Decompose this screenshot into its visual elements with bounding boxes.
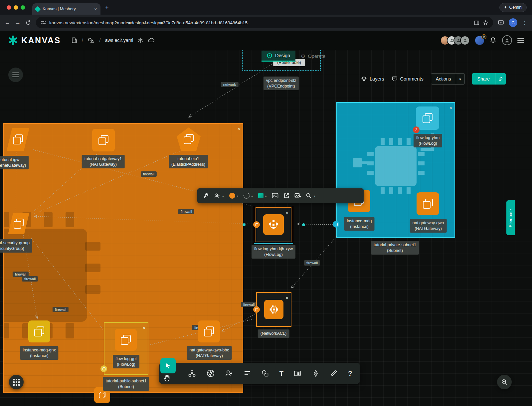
help-icon[interactable]: ? bbox=[348, 369, 352, 377]
design-file-name[interactable]: aws ec2.yaml bbox=[105, 38, 133, 43]
pan-tool-button[interactable] bbox=[163, 374, 171, 383]
node-connection-handle[interactable] bbox=[253, 221, 260, 228]
node-icon-flow-log-yhm[interactable] bbox=[416, 106, 439, 130]
collapse-icon[interactable] bbox=[238, 125, 240, 131]
terminal-button[interactable] bbox=[272, 193, 278, 199]
node-label-tutorial-private-subnet1[interactable]: tutorial-private-subnet1(Subnet) bbox=[371, 241, 419, 255]
url-bar[interactable]: kanvas.new/extension/meshmap?mode=design… bbox=[36, 17, 493, 28]
collapse-icon[interactable] bbox=[286, 295, 288, 301]
reload-button[interactable] bbox=[25, 20, 31, 26]
kanvas-logo[interactable]: KANVAS bbox=[8, 35, 61, 45]
node-label-instance-mdq-gnx[interactable]: instance-mdq-gnx(Instance) bbox=[20, 346, 58, 360]
pencil-icon[interactable] bbox=[330, 369, 338, 377]
node-icon-nat-gateway-qwo-bbc[interactable] bbox=[198, 320, 220, 342]
workspace-icon[interactable] bbox=[88, 37, 95, 44]
frame-icon[interactable] bbox=[293, 369, 301, 377]
node-flow-log-yhm-kjh-xyw[interactable] bbox=[256, 207, 291, 242]
collapse-icon[interactable] bbox=[143, 324, 145, 330]
actions-dropdown[interactable] bbox=[456, 74, 464, 84]
node-label-tutorial-igw[interactable]: tutorial-igw(InternetGateway) bbox=[0, 156, 29, 169]
apps-grid-button[interactable] bbox=[9, 375, 24, 389]
site-settings-icon[interactable] bbox=[41, 20, 46, 25]
node-label-tutorial-natgateway1[interactable]: tutorial-natgateway1(NATGateway) bbox=[82, 155, 125, 168]
bookmark-star-icon[interactable] bbox=[483, 20, 488, 26]
configure-button[interactable] bbox=[203, 193, 209, 199]
actor-menu-button[interactable] bbox=[214, 193, 224, 199]
node-label-instance-mdq[interactable]: instance-mdq(Instance) bbox=[344, 217, 374, 231]
close-window-button[interactable] bbox=[7, 5, 11, 10]
organization-icon[interactable] bbox=[71, 37, 78, 44]
resize-handle[interactable] bbox=[243, 223, 246, 226]
node-label-nat-gateway-qwo-bbc[interactable]: nat gateway-qwo-bbc(NATGateway) bbox=[187, 346, 232, 360]
notifications-bell-icon[interactable] bbox=[489, 37, 497, 44]
collapse-icon[interactable] bbox=[286, 209, 288, 215]
browser-tab[interactable]: Kanvas | Meshery bbox=[32, 3, 100, 15]
zoom-search-button[interactable] bbox=[306, 193, 315, 199]
gemini-button[interactable]: Gemini bbox=[499, 3, 527, 12]
breadcrumb-separator: / bbox=[99, 37, 100, 43]
node-label-network-acl[interactable]: (NetworkACL) bbox=[258, 329, 289, 338]
shapes-icon[interactable] bbox=[261, 369, 269, 377]
collaborator-avatars[interactable] bbox=[440, 36, 470, 45]
export-image-button[interactable] bbox=[294, 193, 301, 199]
text-block-icon[interactable] bbox=[243, 369, 251, 377]
container-connection-handle[interactable] bbox=[333, 221, 339, 228]
node-label-flow-log-gpt[interactable]: flow log-gpt(FlowLog) bbox=[113, 355, 139, 368]
node-icon-instance-mdq-gnx[interactable] bbox=[28, 320, 50, 342]
node-icon-flow-log-gpt[interactable] bbox=[115, 329, 137, 351]
reading-mode-icon[interactable] bbox=[474, 20, 479, 26]
text-tool-icon[interactable]: T bbox=[279, 370, 283, 377]
kubernetes-icon[interactable] bbox=[206, 369, 215, 378]
snowflake-icon[interactable] bbox=[137, 37, 143, 43]
layers-button[interactable]: Layers bbox=[361, 76, 384, 82]
workspace-badge[interactable]: 0 bbox=[475, 36, 484, 45]
collapse-icon[interactable] bbox=[449, 104, 452, 110]
copy-link-button[interactable] bbox=[495, 73, 506, 85]
node-label-flow-log-yhm[interactable]: flow log-yhm(FlowLog) bbox=[414, 134, 442, 147]
back-button[interactable]: ← bbox=[5, 19, 10, 26]
shape-style-button[interactable] bbox=[258, 193, 267, 199]
cloud-sync-icon[interactable] bbox=[148, 37, 155, 43]
node-label-tutorial-security-group[interactable]: tutorial-security-group(SecurityGroup) bbox=[0, 239, 32, 253]
pen-icon[interactable] bbox=[312, 369, 320, 377]
node-label-tutorial-public-subnet1[interactable]: tutorial-public-subnet1(Subnet) bbox=[103, 377, 149, 391]
node-connection-handle[interactable] bbox=[253, 306, 260, 313]
color-swatch-button[interactable] bbox=[229, 193, 239, 199]
browser-profile-avatar[interactable]: C bbox=[509, 18, 517, 27]
node-label-nat-gateway-qwo[interactable]: nat gateway-qwo(NATGateway) bbox=[410, 219, 447, 233]
close-tab-icon[interactable] bbox=[94, 6, 97, 12]
share-button[interactable]: Share bbox=[472, 73, 506, 85]
components-icon[interactable] bbox=[188, 369, 196, 377]
node-label-flow-log-yhm-kjh-xyw[interactable]: flow log-yhm-kjh-xyw(FlowLog) bbox=[252, 245, 295, 259]
selection-style-button[interactable] bbox=[244, 193, 253, 199]
node-network-acl[interactable] bbox=[256, 292, 291, 327]
zoom-window-button[interactable] bbox=[21, 5, 25, 10]
collaborator-avatar[interactable] bbox=[460, 36, 470, 45]
url-text[interactable]: kanvas.new/extension/meshmap?mode=design… bbox=[49, 20, 248, 25]
minimize-window-button[interactable] bbox=[14, 5, 18, 10]
design-canvas[interactable]: (RouteTable) vpc endpoint-slz (VPCEndpoi… bbox=[0, 50, 532, 406]
tab-design[interactable]: Design bbox=[262, 51, 295, 62]
group-handle[interactable] bbox=[100, 365, 107, 372]
node-icon-tutorial-natgateway1[interactable] bbox=[92, 129, 115, 151]
forward-button[interactable]: → bbox=[15, 19, 21, 26]
user-avatar[interactable] bbox=[502, 35, 512, 45]
node-icon-nat-gateway-qwo[interactable] bbox=[417, 192, 439, 215]
window-controls[interactable] bbox=[7, 5, 25, 10]
select-tool-button[interactable] bbox=[160, 358, 176, 373]
node-label-tutorial-eip1[interactable]: tutorial-eip1(ElasticIPAddress) bbox=[169, 155, 208, 168]
zoom-button[interactable] bbox=[497, 375, 512, 389]
node-label-vpc-endpoint[interactable]: vpc endpoint-slz (VPCEndpoint) bbox=[264, 77, 299, 90]
app-menu-icon[interactable] bbox=[517, 38, 524, 43]
resize-handle[interactable] bbox=[302, 223, 305, 226]
tab-operate[interactable]: Operate bbox=[295, 51, 331, 62]
collaborate-icon[interactable] bbox=[225, 369, 233, 377]
canvas-menu-button[interactable] bbox=[8, 68, 23, 82]
browser-menu-icon[interactable] bbox=[522, 20, 527, 26]
comments-button[interactable]: Comments bbox=[392, 76, 424, 82]
open-in-new-button[interactable] bbox=[283, 193, 289, 199]
actions-button[interactable]: Actions bbox=[431, 73, 465, 85]
new-tab-button[interactable]: + bbox=[105, 4, 109, 11]
install-app-icon[interactable] bbox=[498, 20, 504, 26]
feedback-tab[interactable]: Feedback bbox=[506, 200, 515, 235]
